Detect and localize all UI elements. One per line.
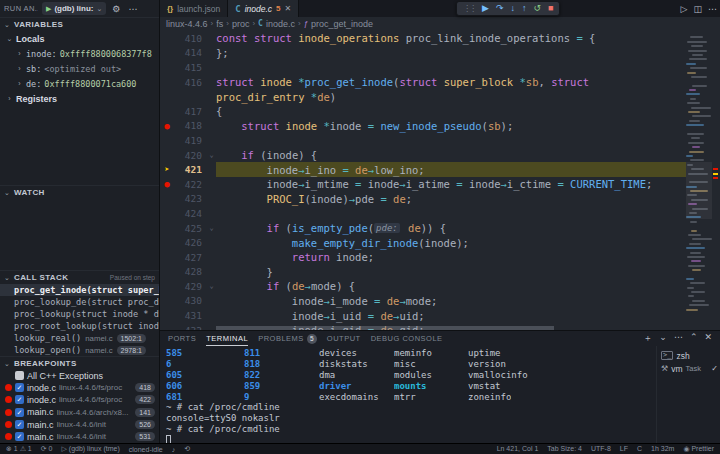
status-item[interactable]: Ln 421, Col 1 — [497, 445, 539, 453]
code-line[interactable]: 428 } — [160, 265, 686, 280]
code-line[interactable]: ➤421 inode→i_ino = de→low_ino; — [160, 162, 686, 177]
call-stack-header[interactable]: ⌄ CALL STACK Paused on step — [0, 271, 159, 284]
breakpoints-header[interactable]: ⌄ BREAKPOINTS — [0, 357, 159, 370]
tab-ports[interactable]: PORTS — [168, 331, 196, 346]
variable-row[interactable]: ›sb:<optimized out> — [0, 61, 159, 76]
code-line[interactable]: 419 — [160, 133, 686, 148]
breakpoint-checkbox[interactable]: ✓ — [15, 420, 24, 429]
more-actions-icon[interactable]: ⋯ — [126, 4, 139, 14]
minimap-slider[interactable] — [686, 162, 712, 219]
locals-group[interactable]: ⌄ Locals — [0, 31, 159, 46]
registers-group[interactable]: › Registers — [0, 91, 159, 106]
maximize-panel-icon[interactable]: ⌃ — [690, 332, 698, 345]
terminal-session-zsh[interactable]: >_ zsh — [661, 349, 718, 362]
fold-indicator[interactable]: ⌄ — [207, 282, 216, 290]
code-line[interactable]: 415 — [160, 60, 686, 75]
code-editor[interactable]: 410const struct inode_operations proc_li… — [160, 30, 720, 330]
code-line[interactable]: 420⌄ if (inode) { — [160, 148, 686, 163]
step-over-button[interactable]: ↷ — [493, 2, 507, 15]
step-into-button[interactable]: ↓ — [507, 2, 518, 15]
breadcrumb-item[interactable]: proc_get_inode — [311, 19, 373, 29]
code-line[interactable]: ●418 struct inode *inode = new_inode_pse… — [160, 119, 686, 134]
breakpoint-row[interactable]: ✓main.clinux-4.4.6/init531 — [0, 431, 159, 443]
stack-frame[interactable]: lookup_real()namei.c1502:1 — [0, 332, 159, 344]
code-line[interactable]: 429⌄ if (de→mode) { — [160, 279, 686, 294]
status-item[interactable]: ⟲ — [184, 445, 190, 453]
status-item[interactable]: 1h 32m — [651, 445, 674, 453]
minimap[interactable] — [686, 30, 712, 330]
gear-icon[interactable]: ⚙ — [110, 4, 122, 14]
breakpoint-checkbox[interactable]: ✓ — [15, 395, 24, 404]
exception-breakpoint-row[interactable]: All C++ Exceptions — [0, 370, 159, 382]
tab-inode-c[interactable]: C inode.c 5 ✕ — [228, 0, 299, 17]
tab-problems[interactable]: PROBLEMS5 — [258, 331, 317, 346]
code-line[interactable]: 426 make_empty_dir_inode(inode); — [160, 235, 686, 250]
breakpoint-checkbox[interactable]: ✓ — [15, 408, 24, 417]
breadcrumb-item[interactable]: inode.c — [266, 19, 295, 29]
breadcrumb-item[interactable]: linux-4.4.6 — [166, 19, 208, 29]
status-item[interactable]: ◉ Prettier — [683, 445, 714, 453]
code-line[interactable]: 425⌄ if (is_empty_pde(pde: de)) { — [160, 221, 686, 236]
code-line[interactable]: 410const struct inode_operations proc_li… — [160, 31, 686, 46]
tab-terminal[interactable]: TERMINAL — [206, 331, 248, 346]
more-actions-icon[interactable]: ⋯ — [674, 332, 683, 345]
code-line[interactable]: 424 — [160, 206, 686, 221]
breakpoint-checkbox[interactable]: ✓ — [15, 383, 24, 392]
variable-row[interactable]: ›de:0xffff8800071ca600 — [0, 76, 159, 91]
tab-debug-console[interactable]: DEBUG CONSOLE — [371, 331, 443, 346]
code-line[interactable]: ●422 inode→i_mtime = inode→i_atime = ino… — [160, 177, 686, 192]
new-terminal-icon[interactable]: ＋ — [643, 332, 652, 345]
status-item[interactable]: Tab Size: 4 — [547, 445, 582, 453]
horizontal-scrollbar[interactable] — [216, 326, 686, 330]
watch-header[interactable]: ⌄ WATCH — [0, 186, 159, 199]
code-line[interactable]: 430 inode→i_mode = de→mode; — [160, 294, 686, 309]
stack-frame[interactable]: proc_lookup_de(struct proc_di — [0, 296, 159, 308]
breakpoint-icon[interactable]: ● — [160, 177, 174, 191]
more-actions-icon[interactable]: ⋯ — [708, 4, 717, 14]
fold-indicator[interactable]: ⌄ — [207, 224, 216, 232]
terminal-cursor[interactable] — [166, 435, 171, 443]
stack-frame[interactable]: proc_get_inode(struct super_b — [0, 284, 159, 296]
scrollbar-thumb[interactable] — [216, 326, 554, 330]
breakpoint-row[interactable]: ✓main.clinux-4.4.6/arch/x8...141 — [0, 406, 159, 418]
code-line[interactable]: 414}; — [160, 46, 686, 61]
stop-button[interactable]: ■ — [545, 2, 556, 15]
tab-output[interactable]: OUTPUT — [327, 331, 361, 346]
status-item[interactable]: ▷ (gdb) linux (tme) — [61, 445, 119, 453]
stack-frame[interactable]: lookup_open()namei.c2978:1 — [0, 344, 159, 356]
breakpoint-row[interactable]: ✓inode.clinux-4.4.6/fs/proc422 — [0, 394, 159, 406]
status-item[interactable]: ⊗ 1 ⚠ 1 — [6, 445, 32, 453]
breadcrumb-item[interactable]: proc — [232, 19, 250, 29]
terminal-output[interactable]: 585811devicesmeminfouptime6818diskstatsm… — [160, 346, 656, 443]
terminal-dropdown-icon[interactable]: ⌄ — [659, 332, 667, 345]
status-item[interactable]: UTF-8 — [591, 445, 611, 453]
code-line[interactable]: 417{ — [160, 104, 686, 119]
code-line[interactable]: 427 return inode; — [160, 250, 686, 265]
stack-frame[interactable]: proc_root_lookup(struct inode — [0, 320, 159, 332]
continue-button[interactable]: ▶ — [479, 2, 492, 15]
breakpoint-checkbox[interactable]: ✓ — [15, 432, 24, 441]
start-debug-icon[interactable]: ▶ — [46, 5, 51, 13]
exceptions-checkbox[interactable] — [15, 371, 24, 380]
breadcrumb-item[interactable]: fs — [216, 19, 223, 29]
breakpoint-row[interactable]: ✓main.clinux-4.4.6/init526 — [0, 418, 159, 430]
step-out-button[interactable]: ↑ — [519, 2, 530, 15]
status-item[interactable]: C — [637, 445, 642, 453]
code-line[interactable]: 423 PROC_I(inode)→pde = de; — [160, 192, 686, 207]
fold-indicator[interactable]: ⌄ — [207, 151, 216, 159]
close-icon[interactable]: ✕ — [285, 4, 292, 13]
split-editor-icon[interactable]: ◫ — [693, 4, 702, 14]
status-item[interactable]: LF — [620, 445, 628, 453]
drag-handle[interactable]: ⋮⋮ — [460, 2, 478, 15]
restart-button[interactable]: ↺ — [530, 2, 544, 15]
status-item[interactable]: ⟳ 0 — [41, 445, 53, 453]
variable-row[interactable]: ›inode:0xffff8800068377f8 — [0, 46, 159, 61]
run-file-icon[interactable]: ▷ — [681, 4, 688, 14]
code-line[interactable]: proc_dir_entry *de) — [160, 89, 686, 104]
breakpoint-row[interactable]: ✓inode.clinux-4.4.6/fs/proc418 — [0, 382, 159, 394]
tab-launch-json[interactable]: {} launch.json — [160, 0, 228, 17]
code-line[interactable]: 416struct inode *proc_get_inode(struct s… — [160, 75, 686, 90]
close-panel-icon[interactable]: ✕ — [704, 332, 712, 345]
breakpoint-icon[interactable]: ● — [160, 119, 174, 133]
debug-config-dropdown[interactable]: ▶ (gdb) linu: ⌄ — [42, 2, 106, 15]
